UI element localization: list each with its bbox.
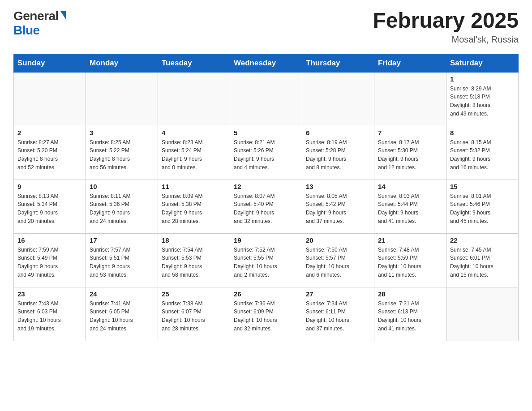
day-number: 18 — [162, 236, 226, 244]
day-info: Sunrise: 8:17 AM Sunset: 5:30 PM Dayligh… — [378, 138, 442, 171]
calendar-cell: 18Sunrise: 7:54 AM Sunset: 5:53 PM Dayli… — [158, 233, 230, 287]
calendar-week-row: 1Sunrise: 8:29 AM Sunset: 5:18 PM Daylig… — [14, 72, 519, 126]
day-info: Sunrise: 7:34 AM Sunset: 6:11 PM Dayligh… — [306, 300, 370, 333]
calendar-week-row: 23Sunrise: 7:43 AM Sunset: 6:03 PM Dayli… — [14, 287, 519, 341]
day-number: 12 — [234, 183, 298, 190]
calendar-cell: 26Sunrise: 7:36 AM Sunset: 6:09 PM Dayli… — [230, 287, 302, 341]
days-of-week-row: SundayMondayTuesdayWednesdayThursdayFrid… — [14, 54, 519, 72]
day-info: Sunrise: 8:15 AM Sunset: 5:32 PM Dayligh… — [450, 138, 515, 171]
day-info: Sunrise: 8:29 AM Sunset: 5:18 PM Dayligh… — [450, 85, 515, 118]
calendar-cell — [86, 72, 158, 126]
calendar-cell — [374, 72, 446, 126]
calendar-cell: 12Sunrise: 8:07 AM Sunset: 5:40 PM Dayli… — [230, 180, 302, 233]
calendar-cell: 23Sunrise: 7:43 AM Sunset: 6:03 PM Dayli… — [14, 287, 86, 341]
day-of-week-header: Saturday — [446, 54, 519, 72]
day-number: 15 — [450, 183, 515, 190]
day-of-week-header: Thursday — [302, 54, 374, 72]
day-info: Sunrise: 8:13 AM Sunset: 5:34 PM Dayligh… — [17, 192, 82, 225]
logo-blue-text: Blue — [13, 23, 40, 38]
day-number: 22 — [450, 236, 515, 244]
day-of-week-header: Sunday — [14, 54, 86, 72]
page-header: General Blue February 2025 Mosal'sk, Rus… — [13, 9, 519, 45]
day-number: 20 — [306, 236, 370, 244]
calendar-cell — [158, 72, 230, 126]
calendar-cell: 4Sunrise: 8:23 AM Sunset: 5:24 PM Daylig… — [158, 126, 230, 180]
calendar-week-row: 2Sunrise: 8:27 AM Sunset: 5:20 PM Daylig… — [14, 126, 519, 180]
calendar-cell — [302, 72, 374, 126]
day-info: Sunrise: 7:52 AM Sunset: 5:55 PM Dayligh… — [234, 246, 298, 279]
day-number: 16 — [17, 236, 82, 244]
day-number: 10 — [90, 183, 154, 190]
calendar-cell: 10Sunrise: 8:11 AM Sunset: 5:36 PM Dayli… — [86, 180, 158, 233]
calendar-cell: 11Sunrise: 8:09 AM Sunset: 5:38 PM Dayli… — [158, 180, 230, 233]
calendar-cell: 25Sunrise: 7:38 AM Sunset: 6:07 PM Dayli… — [158, 287, 230, 341]
day-info: Sunrise: 7:43 AM Sunset: 6:03 PM Dayligh… — [17, 300, 82, 333]
day-info: Sunrise: 7:31 AM Sunset: 6:13 PM Dayligh… — [378, 300, 442, 333]
calendar-cell: 5Sunrise: 8:21 AM Sunset: 5:26 PM Daylig… — [230, 126, 302, 180]
calendar-cell: 15Sunrise: 8:01 AM Sunset: 5:46 PM Dayli… — [446, 180, 519, 233]
day-info: Sunrise: 7:45 AM Sunset: 6:01 PM Dayligh… — [450, 246, 515, 279]
calendar-cell: 21Sunrise: 7:48 AM Sunset: 5:59 PM Dayli… — [374, 233, 446, 287]
calendar-cell: 17Sunrise: 7:57 AM Sunset: 5:51 PM Dayli… — [86, 233, 158, 287]
calendar-cell: 28Sunrise: 7:31 AM Sunset: 6:13 PM Dayli… — [374, 287, 446, 341]
day-info: Sunrise: 8:09 AM Sunset: 5:38 PM Dayligh… — [162, 192, 226, 225]
calendar-cell — [230, 72, 302, 126]
calendar-body: 1Sunrise: 8:29 AM Sunset: 5:18 PM Daylig… — [14, 72, 519, 341]
day-number: 21 — [378, 236, 442, 244]
logo-triangle-icon — [60, 11, 66, 19]
calendar-cell: 9Sunrise: 8:13 AM Sunset: 5:34 PM Daylig… — [14, 180, 86, 233]
calendar-cell: 19Sunrise: 7:52 AM Sunset: 5:55 PM Dayli… — [230, 233, 302, 287]
day-number: 28 — [378, 290, 442, 298]
day-info: Sunrise: 7:36 AM Sunset: 6:09 PM Dayligh… — [234, 300, 298, 333]
title-area: February 2025 Mosal'sk, Russia — [373, 9, 519, 45]
logo: General Blue — [13, 9, 66, 38]
day-info: Sunrise: 7:38 AM Sunset: 6:07 PM Dayligh… — [162, 300, 226, 333]
day-number: 4 — [162, 129, 226, 137]
day-number: 8 — [450, 129, 515, 137]
day-number: 1 — [450, 75, 515, 83]
day-info: Sunrise: 8:27 AM Sunset: 5:20 PM Dayligh… — [17, 138, 82, 171]
location-text: Mosal'sk, Russia — [373, 34, 519, 45]
day-number: 23 — [17, 290, 82, 298]
calendar-table: SundayMondayTuesdayWednesdayThursdayFrid… — [13, 54, 519, 341]
day-number: 14 — [378, 183, 442, 190]
calendar-cell: 13Sunrise: 8:05 AM Sunset: 5:42 PM Dayli… — [302, 180, 374, 233]
day-of-week-header: Tuesday — [158, 54, 230, 72]
day-info: Sunrise: 8:01 AM Sunset: 5:46 PM Dayligh… — [450, 192, 515, 225]
day-of-week-header: Wednesday — [230, 54, 302, 72]
day-of-week-header: Monday — [86, 54, 158, 72]
calendar-cell: 8Sunrise: 8:15 AM Sunset: 5:32 PM Daylig… — [446, 126, 519, 180]
calendar-week-row: 9Sunrise: 8:13 AM Sunset: 5:34 PM Daylig… — [14, 180, 519, 233]
calendar-cell: 14Sunrise: 8:03 AM Sunset: 5:44 PM Dayli… — [374, 180, 446, 233]
calendar-cell: 16Sunrise: 7:59 AM Sunset: 5:49 PM Dayli… — [14, 233, 86, 287]
day-info: Sunrise: 8:07 AM Sunset: 5:40 PM Dayligh… — [234, 192, 298, 225]
day-number: 19 — [234, 236, 298, 244]
calendar-cell: 7Sunrise: 8:17 AM Sunset: 5:30 PM Daylig… — [374, 126, 446, 180]
day-info: Sunrise: 8:05 AM Sunset: 5:42 PM Dayligh… — [306, 192, 370, 225]
month-title: February 2025 — [373, 9, 519, 33]
day-info: Sunrise: 8:25 AM Sunset: 5:22 PM Dayligh… — [90, 138, 154, 171]
day-info: Sunrise: 7:54 AM Sunset: 5:53 PM Dayligh… — [162, 246, 226, 279]
day-number: 9 — [17, 183, 82, 190]
day-number: 17 — [90, 236, 154, 244]
day-number: 5 — [234, 129, 298, 137]
calendar-cell: 1Sunrise: 8:29 AM Sunset: 5:18 PM Daylig… — [446, 72, 519, 126]
calendar-cell: 3Sunrise: 8:25 AM Sunset: 5:22 PM Daylig… — [86, 126, 158, 180]
calendar-header: SundayMondayTuesdayWednesdayThursdayFrid… — [14, 54, 519, 72]
day-of-week-header: Friday — [374, 54, 446, 72]
logo-general-text: General — [13, 9, 59, 23]
calendar-cell: 6Sunrise: 8:19 AM Sunset: 5:28 PM Daylig… — [302, 126, 374, 180]
calendar-week-row: 16Sunrise: 7:59 AM Sunset: 5:49 PM Dayli… — [14, 233, 519, 287]
day-info: Sunrise: 7:50 AM Sunset: 5:57 PM Dayligh… — [306, 246, 370, 279]
day-number: 24 — [90, 290, 154, 298]
day-number: 25 — [162, 290, 226, 298]
day-number: 7 — [378, 129, 442, 137]
calendar-cell: 22Sunrise: 7:45 AM Sunset: 6:01 PM Dayli… — [446, 233, 519, 287]
calendar-cell: 20Sunrise: 7:50 AM Sunset: 5:57 PM Dayli… — [302, 233, 374, 287]
day-info: Sunrise: 8:11 AM Sunset: 5:36 PM Dayligh… — [90, 192, 154, 225]
calendar-cell: 24Sunrise: 7:41 AM Sunset: 6:05 PM Dayli… — [86, 287, 158, 341]
calendar-cell — [446, 287, 519, 341]
calendar-cell: 2Sunrise: 8:27 AM Sunset: 5:20 PM Daylig… — [14, 126, 86, 180]
calendar-cell: 27Sunrise: 7:34 AM Sunset: 6:11 PM Dayli… — [302, 287, 374, 341]
day-info: Sunrise: 7:57 AM Sunset: 5:51 PM Dayligh… — [90, 246, 154, 279]
